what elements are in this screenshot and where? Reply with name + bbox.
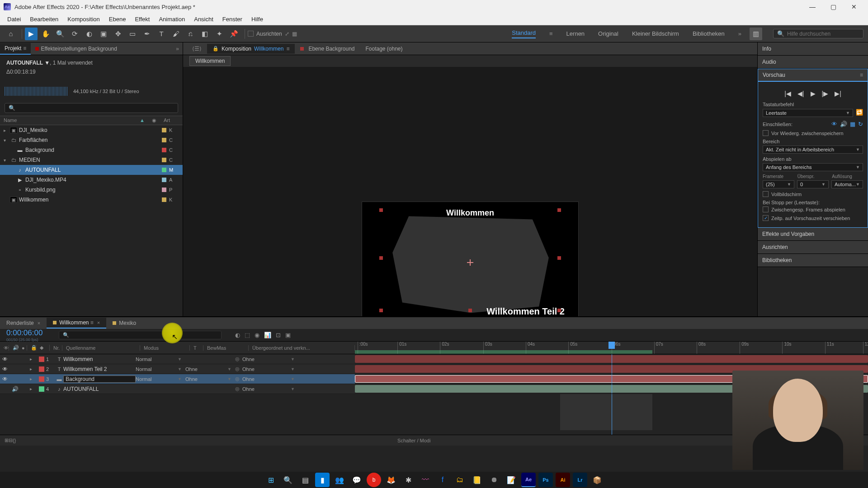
eraser-tool-icon[interactable]: ◧ [198,28,211,40]
project-item-video[interactable]: ▶DJI_Mexiko.MP4A [0,175,183,185]
align-checkbox[interactable] [248,31,254,37]
workspace-kleiner[interactable]: Kleiner Bildschirm [632,30,679,37]
move-time-checkbox[interactable]: ✓ [763,215,769,221]
first-frame-icon[interactable]: |◀ [784,90,791,97]
text-layer-1[interactable]: Willkommen [446,208,494,218]
file-explorer-icon[interactable]: 🗂 [453,473,467,487]
cached-frames-checkbox[interactable] [763,206,769,212]
comp-preview[interactable]: Willkommen Willkommen Teil 2 [362,202,579,324]
help-search[interactable]: 🔍 [773,29,863,38]
fullscreen-checkbox[interactable] [763,191,769,197]
menu-bearbeiten[interactable]: Bearbeiten [25,14,63,24]
viewer-tab-comp[interactable]: 🔒 Komposition Willkommen ≡ [207,44,295,54]
selection-handle[interactable] [557,208,561,212]
switches-modes-label[interactable]: Schalter / Modi [397,438,430,443]
parent-dropdown[interactable]: ◎Ohne▼ [235,356,298,362]
project-item-comp[interactable]: ▸▣DJI_MexikoK [0,125,183,135]
project-tab[interactable]: Projekt ≡ [0,43,31,55]
loop-mode-icon[interactable]: ↻ [858,121,863,127]
snap-icon[interactable]: ⤢ [285,31,289,37]
col-source[interactable]: Quellenname [62,345,140,351]
frame-blend-icon[interactable]: ⬚ [245,332,250,338]
blend-mode-dropdown[interactable]: Normal▼ [136,357,185,362]
snap-grid-icon[interactable]: ▦ [292,31,297,37]
align-panel-header[interactable]: Ausrichten [758,241,868,253]
task-view-icon[interactable]: ▤ [298,473,312,487]
selection-handle[interactable] [379,309,383,312]
col-visibility-icon[interactable]: 👁 [0,345,9,351]
panel-toggle-icon[interactable]: ▥ [750,28,762,40]
clone-tool-icon[interactable]: ⎌ [184,28,197,40]
lock-icon[interactable]: 🔒 [212,46,219,52]
work-area-overlay[interactable] [560,394,652,430]
track-matte-dropdown[interactable]: Ohne▼ [185,376,235,382]
play-icon[interactable]: ▶ [811,90,816,97]
timeline-tab-render[interactable]: Renderliste× [0,318,47,328]
timeline-current-time[interactable]: 0:00:06:0000150 (25.00 fps) [0,328,59,342]
info-panel-header[interactable]: Info [758,42,868,55]
col-label-icon[interactable]: ◆ [36,345,50,351]
start-button[interactable]: ⊞ [264,473,278,487]
brainstorm-icon[interactable]: ⊡ [276,332,281,338]
panel-overflow-icon[interactable]: » [172,46,183,52]
taskbar-app-icon[interactable]: ⏺ [487,473,501,487]
skip-dropdown[interactable]: 0▼ [797,180,829,188]
motion-blur-icon[interactable]: ◉ [255,332,259,338]
col-audio-icon[interactable]: 🔊 [9,345,18,351]
pickwhip-icon[interactable]: ◎ [235,376,240,382]
taskbar-app-icon[interactable]: 🦊 [384,473,398,487]
workspace-bibliotheken[interactable]: Bibliotheken [693,30,725,37]
timeline-layer-row[interactable]: 👁▸1TWillkommenNormal▼◎Ohne▼ [0,354,868,364]
timeline-tab-willkommen[interactable]: Willkommen ≡× [47,318,106,328]
workspace-menu-icon[interactable]: ≡ [549,30,553,37]
label-color[interactable] [39,376,44,382]
track-matte-dropdown[interactable]: Ohne▼ [185,366,235,372]
menu-datei[interactable]: Datei [3,14,25,24]
tab-close-icon[interactable]: × [97,320,100,325]
project-item-solid[interactable]: ▬BackgroundC [0,145,183,155]
text-tool-icon[interactable]: T [155,28,168,40]
selection-handle[interactable] [468,309,472,312]
libraries-panel-header[interactable]: Bibliotheken [758,254,868,267]
taskbar-search-icon[interactable]: 🔍 [281,473,295,487]
col-t[interactable]: T [190,345,203,351]
text-layer-2[interactable]: Willkommen Teil 2 [486,306,565,317]
zoom-tool-icon[interactable]: 🔍 [54,28,66,40]
rotate-tool-icon[interactable]: ◐ [83,28,95,40]
comp-mini-flow-tab[interactable]: Willkommen [189,56,231,66]
blend-mode-dropdown[interactable]: Normal▼ [136,376,185,382]
visibility-toggle[interactable]: 👁 [0,356,10,362]
viewer-tab-layer[interactable]: Ebene Background [295,44,360,54]
taskbar-app-icon[interactable]: ▮ [315,473,330,487]
pen-tool-icon[interactable]: ✒ [141,28,153,40]
project-search[interactable]: 🔍 [5,103,178,113]
anchor-point-icon[interactable] [467,259,473,266]
minimize-button[interactable]: — [802,0,823,14]
prev-frame-icon[interactable]: ◀| [797,90,804,97]
shape-tool-icon[interactable]: ▭ [126,28,139,40]
label-color[interactable] [39,357,44,362]
timeline-tab-dji[interactable]: Mexiko [106,318,142,328]
audio-panel-header[interactable]: Audio [758,56,868,68]
taskbar-app-icon[interactable]: 💬 [349,473,364,487]
res-dropdown[interactable]: Automa...▼ [831,180,863,188]
selection-handle[interactable] [557,309,561,312]
close-button[interactable]: ✕ [844,0,864,14]
workspace-overflow-icon[interactable]: » [738,30,741,37]
illustrator-icon[interactable]: Ai [556,473,570,487]
roto-tool-icon[interactable]: ✦ [213,28,226,40]
include-audio-icon[interactable]: 🔊 [840,121,847,127]
workspace-standard[interactable]: Standard [512,29,536,38]
taskbar-app-icon[interactable]: ✱ [401,473,415,487]
camera-tool-icon[interactable]: ▣ [97,28,110,40]
puppet-tool-icon[interactable]: 📌 [227,28,240,40]
project-item-image[interactable]: ▫Kursbild.pngP [0,185,183,195]
menu-komposition[interactable]: Komposition [63,14,104,24]
brush-tool-icon[interactable]: 🖌 [170,28,182,40]
menu-ansicht[interactable]: Ansicht [189,14,218,24]
sort-indicator-icon[interactable]: ▲ [136,116,148,125]
col-mode[interactable]: Modus [140,345,190,351]
pickwhip-icon[interactable]: ◎ [235,386,240,392]
maximize-button[interactable]: ▢ [823,0,844,14]
col-label[interactable]: ◉ [148,116,160,125]
